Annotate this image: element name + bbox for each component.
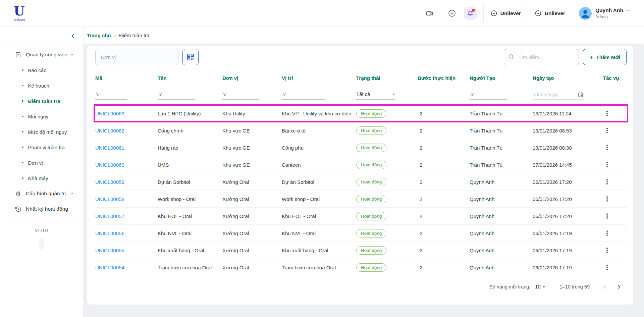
filter-name-input[interactable] bbox=[158, 92, 195, 100]
row-unit: Khu vực GE bbox=[222, 162, 282, 168]
notifications-button[interactable] bbox=[464, 7, 477, 20]
table-row[interactable]: UNICL00054 Trạm bơm cứu hoả Oral Xưởng O… bbox=[95, 259, 627, 276]
filter-date-input[interactable]: dd/mm/yyyy bbox=[533, 92, 584, 100]
column-header-status: Trạng thái bbox=[356, 75, 418, 81]
sidebar-item-don-vi[interactable]: Đơn vị bbox=[22, 155, 83, 170]
table-row[interactable]: UNICL00057 Khu EOL - Oral Xưởng Oral Khu… bbox=[95, 208, 627, 225]
sidebar-item-diem-tuan-tra[interactable]: Điểm tuần tra bbox=[22, 93, 83, 109]
notification-badge-dot bbox=[472, 9, 475, 12]
row-creator: Trần Thanh Tú bbox=[470, 145, 533, 151]
chevron-right-icon bbox=[616, 284, 622, 290]
sidebar-item-moi-nguy[interactable]: Mối nguy bbox=[22, 109, 83, 124]
row-created-at: 06/01/2026 17:19 bbox=[533, 248, 603, 253]
qr-scan-button[interactable] bbox=[182, 49, 199, 65]
table-row[interactable]: UNICL00056 Khu NVL - Oral Xưởng Oral Khu… bbox=[95, 225, 627, 242]
previous-page-button[interactable] bbox=[599, 281, 610, 293]
sidebar-section-work-management[interactable]: Quản lý công việc bbox=[0, 47, 83, 62]
table-row[interactable]: UNICL00055 Khu xuất hàng - Oral Xưởng Or… bbox=[95, 242, 627, 259]
chevron-left-icon bbox=[70, 33, 76, 39]
bullet-icon bbox=[22, 162, 23, 164]
row-name: Cổng chính bbox=[158, 128, 222, 134]
row-code-link[interactable]: UNICL00063 bbox=[95, 111, 124, 116]
table-row[interactable]: UNICL00060 UMS Khu vực GE Canteen Hoạt đ… bbox=[95, 156, 627, 173]
row-actions-kebab-icon[interactable] bbox=[603, 143, 611, 152]
row-actions-kebab-icon[interactable] bbox=[603, 211, 611, 221]
row-actions-kebab-icon[interactable] bbox=[603, 126, 611, 135]
filter-location-input[interactable] bbox=[282, 92, 325, 100]
row-code-link[interactable]: UNICL00059 bbox=[95, 179, 124, 185]
row-actions-kebab-icon[interactable] bbox=[603, 194, 611, 204]
table-row[interactable]: UNICL00061 Hàng rào Khu vực GE Cổng phụ … bbox=[95, 139, 627, 156]
org-selector-1[interactable]: Unilever bbox=[490, 10, 521, 17]
column-header-step: Bước thực hiện bbox=[418, 75, 470, 81]
sidebar-item-pham-vi-tuan-tra[interactable]: Phạm vi tuần tra bbox=[22, 140, 83, 155]
row-code-link[interactable]: UNICL00060 bbox=[95, 162, 124, 168]
table-row[interactable]: UNICL00063 Lầu 1 HPC (Unility) Khu Utili… bbox=[95, 105, 627, 122]
status-badge: Hoạt động bbox=[356, 212, 386, 220]
filter-code-input[interactable] bbox=[95, 92, 127, 100]
row-code-link[interactable]: UNICL00061 bbox=[95, 145, 124, 151]
sidebar-collapse-button[interactable] bbox=[69, 32, 77, 40]
sidebar-item-bao-cao[interactable]: Báo cáo bbox=[22, 62, 83, 78]
filter-creator-input[interactable] bbox=[470, 92, 507, 100]
sidebar-item-nha-may[interactable]: Nhà máy bbox=[22, 170, 83, 186]
row-actions-kebab-icon[interactable] bbox=[603, 228, 611, 238]
table-row[interactable]: UNICL00059 Dự án Sorbitol Xưởng Oral Dự … bbox=[95, 173, 627, 191]
row-created-at: 13/01/2026 08:38 bbox=[533, 145, 603, 151]
pagination-range: 1–10 trong 59 bbox=[560, 284, 590, 289]
org-selector-2[interactable]: Unilever bbox=[535, 10, 565, 17]
funnel-icon bbox=[470, 92, 475, 97]
sidebar-scrollbar-thumb[interactable] bbox=[39, 239, 44, 249]
add-circle-icon[interactable] bbox=[448, 9, 457, 18]
sidebar-section-activity-log[interactable]: Nhật ký hoạt động bbox=[0, 201, 83, 217]
column-header-created: Ngày tạo bbox=[533, 75, 603, 81]
row-unit: Khu Utility bbox=[222, 111, 282, 116]
row-code-link[interactable]: UNICL00055 bbox=[95, 248, 124, 253]
calendar-icon[interactable] bbox=[578, 92, 584, 98]
row-name: Lầu 1 HPC (Unility) bbox=[158, 111, 222, 116]
app-version: v1.0.0 bbox=[0, 228, 83, 233]
row-actions-kebab-icon[interactable] bbox=[603, 177, 611, 187]
filter-status-select[interactable]: Tất cả ▾ bbox=[356, 91, 395, 100]
add-new-label: Thêm Mới bbox=[596, 54, 621, 60]
sidebar-submenu: Báo cáo Kế hoạch Điểm tuần tra Mối nguy … bbox=[16, 62, 83, 186]
row-created-at: 13/01/2026 11:24 bbox=[533, 111, 603, 116]
breadcrumb-separator: › bbox=[114, 33, 116, 38]
user-menu[interactable]: Quynh Anh Admin bbox=[579, 7, 630, 20]
row-actions-kebab-icon[interactable] bbox=[603, 160, 611, 169]
unit-filter-input[interactable] bbox=[95, 49, 178, 65]
video-icon[interactable] bbox=[425, 9, 434, 18]
status-badge: Hoạt động bbox=[356, 144, 386, 152]
row-code-link[interactable]: UNICL00056 bbox=[95, 230, 124, 236]
row-creator: Trần Thanh Tú bbox=[470, 111, 533, 116]
sidebar-item-muc-do-moi-nguy[interactable]: Mức độ mối nguy bbox=[22, 124, 83, 140]
search-input[interactable] bbox=[504, 49, 579, 65]
row-location: Work shop - Oral bbox=[282, 196, 356, 202]
row-step: 2 bbox=[418, 265, 470, 270]
add-new-button[interactable]: + Thêm Mới bbox=[583, 49, 627, 65]
row-unit: Xưởng Oral bbox=[222, 196, 282, 202]
row-actions-kebab-icon[interactable] bbox=[603, 246, 611, 255]
sidebar-item-ke-hoach[interactable]: Kế hoạch bbox=[22, 78, 83, 93]
column-header-code: Mã bbox=[95, 75, 158, 81]
status-badge: Hoạt động bbox=[356, 161, 386, 169]
next-page-button[interactable] bbox=[613, 281, 625, 293]
table-row[interactable]: UNICL00058 Work shop - Oral Xưởng Oral W… bbox=[95, 191, 627, 208]
breadcrumb-home-link[interactable]: Trang chủ bbox=[87, 33, 111, 38]
row-actions-kebab-icon[interactable] bbox=[603, 109, 611, 118]
row-code-link[interactable]: UNICL00058 bbox=[95, 196, 124, 202]
row-code-link[interactable]: UNICL00062 bbox=[95, 128, 124, 134]
rows-per-page-value: 10 bbox=[535, 284, 540, 289]
column-header-unit: Đơn vị bbox=[222, 75, 282, 81]
filter-unit-input[interactable] bbox=[222, 92, 259, 100]
row-actions-kebab-icon[interactable] bbox=[603, 263, 611, 272]
header-divider bbox=[528, 4, 528, 22]
breadcrumb: Trang chủ › Điểm tuần tra bbox=[84, 27, 644, 44]
row-step: 2 bbox=[418, 145, 470, 151]
row-name: Khu xuất hàng - Oral bbox=[158, 248, 222, 253]
table-row[interactable]: UNICL00062 Cổng chính Khu vực GE Bãi xe … bbox=[95, 122, 627, 139]
row-code-link[interactable]: UNICL00057 bbox=[95, 213, 124, 219]
row-code-link[interactable]: UNICL00054 bbox=[95, 265, 124, 270]
rows-per-page-select[interactable]: 10 ▾ bbox=[535, 284, 545, 289]
sidebar-section-admin-config[interactable]: ⚙ Cấu hình quản trị bbox=[0, 186, 83, 201]
